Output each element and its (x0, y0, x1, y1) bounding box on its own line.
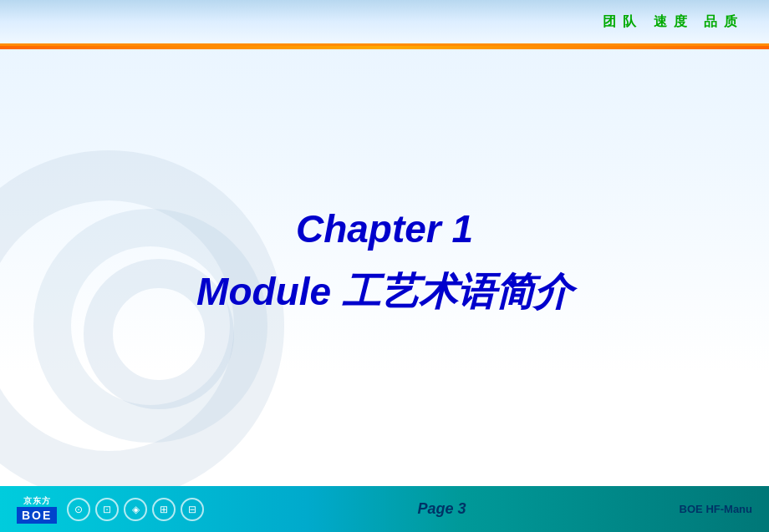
footer-left: 京东方 BOE ⊙ ⊡ ◈ ⊞ ⊟ (17, 495, 204, 524)
slide: 团队 速度 品质 Chapter 1 Module 工艺术语简介 京东方 BOE… (0, 0, 769, 532)
header-bar: 团队 速度 品质 (0, 0, 769, 46)
footer-icon-4: ⊞ (152, 498, 176, 521)
page-label: Page 3 (417, 500, 466, 518)
boe-logo-chinese: 京东方 (23, 495, 51, 507)
boe-logo: 京东方 BOE (17, 495, 57, 524)
footer-icon-5: ⊟ (181, 498, 204, 521)
chapter-title: Chapter 1 (296, 206, 473, 251)
footer-icon-2: ⊡ (95, 498, 119, 521)
doc-label: BOE HF-Manu (680, 503, 752, 515)
footer-icons: ⊙ ⊡ ◈ ⊞ ⊟ (67, 498, 204, 521)
main-content: Chapter 1 Module 工艺术语简介 (0, 58, 769, 465)
boe-logo-english: BOE (17, 507, 57, 524)
footer: 京东方 BOE ⊙ ⊡ ◈ ⊞ ⊟ Page 3 BOE HF-Manu (0, 486, 769, 532)
footer-icon-3: ◈ (124, 498, 147, 521)
orange-line (0, 46, 769, 49)
footer-icon-1: ⊙ (67, 498, 90, 521)
module-title: Module 工艺术语简介 (196, 266, 573, 318)
header-tagline: 团队 速度 品质 (603, 13, 744, 31)
